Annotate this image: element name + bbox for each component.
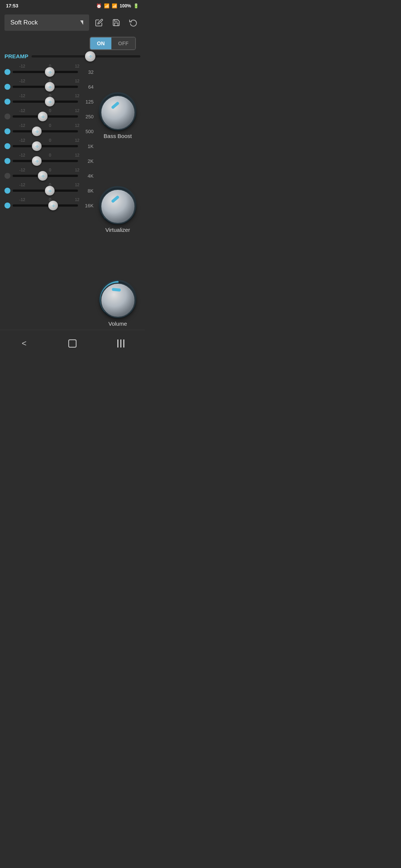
status-bar: 17:53 ⏰ 📶 📶 100% 🔋 [0,0,145,11]
eq-band-500: -12 0 12 500 [3,123,94,137]
eq-freq-label-2k: 2K [80,158,94,164]
eq-row-4k: 4K [3,173,94,182]
eq-slider-32[interactable] [13,71,78,73]
eq-slider-250[interactable] [13,115,78,118]
reset-button[interactable] [126,16,140,30]
eq-freq-label-16k: 16K [80,203,94,208]
preset-dropdown[interactable]: Soft Rock [4,14,89,31]
eq-thumb-125[interactable] [45,97,55,106]
bottom-nav: < [0,330,145,357]
eq-dot-125[interactable] [4,99,10,105]
eq-section: -12 0 12 32 -12 0 12 [3,64,142,327]
battery-icon: 🔋 [133,3,139,9]
preamp-slider-container[interactable] [32,55,140,57]
eq-freq-label-32: 32 [80,69,94,75]
eq-row-250: 250 [3,114,94,122]
eq-row-500: 500 [3,128,94,137]
eq-dot-500[interactable] [4,128,10,134]
bass-boost-section: Bass Boost [99,90,136,139]
signal-icon: 📶 [112,3,117,9]
eq-dot-250[interactable] [4,114,10,119]
wifi-icon: 📶 [104,3,110,9]
eq-row-1k: 1K [3,143,94,152]
eq-thumb-4k[interactable] [38,171,48,181]
battery-label: 100% [120,3,131,9]
eq-band-250: -12 0 12 250 [3,108,94,122]
eq-thumb-32[interactable] [45,67,55,77]
eq-slider-1k[interactable] [13,145,78,147]
virtualizer-knob[interactable] [100,189,136,224]
eq-row-16k: 16K [3,203,94,211]
preamp-thumb[interactable] [85,51,95,62]
eq-row-8k: 8K [3,188,94,197]
eq-slider-8k[interactable] [13,190,78,192]
volume-knob-outer [99,281,136,318]
eq-band-16k: -12 0 12 16K [3,197,94,211]
eq-scale-4k: -12 0 12 [3,168,94,172]
eq-dot-1k[interactable] [4,143,10,149]
eq-band-64: -12 0 12 64 [3,79,94,93]
eq-thumb-64[interactable] [45,82,55,92]
eq-slider-2k[interactable] [13,160,78,162]
back-button[interactable]: < [17,336,32,351]
eq-band-1k: -12 0 12 1K [3,138,94,152]
eq-scale-2k: -12 0 12 [3,153,94,157]
eq-scale-500: -12 0 12 [3,123,94,128]
eq-slider-4k[interactable] [13,175,78,177]
status-icons: ⏰ 📶 📶 100% 🔋 [96,3,139,9]
virtualizer-knob-outer [99,187,136,224]
eq-thumb-8k[interactable] [45,186,55,195]
eq-dot-16k[interactable] [4,203,10,208]
knobs-panel: Bass Boost Virtu [94,64,142,327]
eq-slider-125[interactable] [13,101,78,103]
eq-thumb-250[interactable] [38,112,48,121]
eq-freq-label-8k: 8K [80,188,94,194]
eq-freq-label-1k: 1K [80,144,94,149]
recents-button[interactable] [113,336,128,351]
eq-band-32: -12 0 12 32 [3,64,94,78]
toggle-off-button[interactable]: OFF [111,37,135,49]
eq-thumb-500[interactable] [32,126,42,136]
toggle-on-button[interactable]: ON [90,37,111,49]
eq-slider-64[interactable] [13,86,78,88]
virtualizer-indicator [111,195,120,203]
eq-freq-label-250: 250 [80,114,94,119]
virtualizer-label: Virtualizer [105,227,130,233]
preset-label: Soft Rock [10,19,38,26]
preamp-track [32,55,140,57]
recents-icon [117,339,124,348]
eq-band-8k: -12 0 12 8K [3,183,94,197]
main-content: -12 0 12 32 -12 0 12 [0,64,145,327]
on-off-toggle[interactable]: ON OFF [89,37,136,50]
bass-boost-knob-container: Bass Boost [99,93,136,139]
eq-slider-16k[interactable] [13,204,78,207]
eq-freq-label-500: 500 [80,129,94,134]
eq-sliders-panel: -12 0 12 32 -12 0 12 [3,64,94,327]
bass-boost-knob[interactable] [100,95,136,130]
save-button[interactable] [109,16,123,30]
eq-band-4k: -12 0 12 4K [3,168,94,182]
home-icon [68,339,76,348]
preamp-label: PREAMP [4,53,29,59]
eq-dot-4k[interactable] [4,173,10,179]
toggle-container: ON OFF [0,34,145,52]
eq-row-64: 64 [3,84,94,93]
eq-thumb-16k[interactable] [48,201,58,210]
bass-boost-indicator [111,101,120,109]
eq-dot-2k[interactable] [4,158,10,164]
eq-freq-label-4k: 4K [80,173,94,179]
eq-dot-64[interactable] [4,84,10,90]
volume-label: Volume [108,320,127,327]
eq-thumb-1k[interactable] [32,141,42,151]
eq-thumb-2k[interactable] [32,156,42,166]
eq-scale-1k: -12 0 12 [3,138,94,142]
eq-dot-8k[interactable] [4,188,10,194]
volume-knob[interactable] [100,283,136,318]
virtualizer-section: Virtualizer [99,184,136,233]
edit-button[interactable] [92,16,106,30]
eq-dot-32[interactable] [4,69,10,75]
eq-freq-label-64: 64 [80,84,94,90]
alarm-icon: ⏰ [96,3,102,9]
home-button[interactable] [65,336,80,351]
eq-slider-500[interactable] [13,130,78,132]
